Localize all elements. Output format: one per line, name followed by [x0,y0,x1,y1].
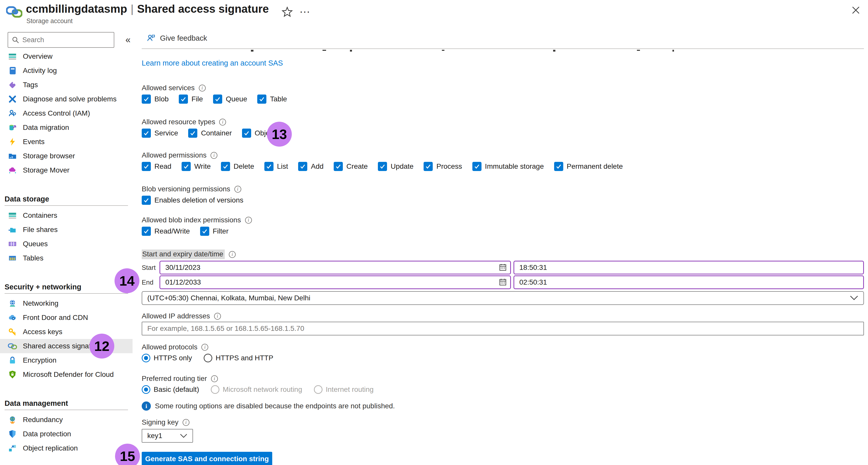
sidebar-item-data-migration[interactable]: Data migration [0,120,132,135]
sidebar-item-networking[interactable]: Networking [0,296,132,311]
info-icon[interactable]: i [219,119,226,125]
give-feedback-button[interactable]: Give feedback [146,32,207,44]
give-feedback-label: Give feedback [160,34,207,42]
checkbox-file[interactable]: File [179,94,203,104]
end-date-input[interactable] [159,275,511,289]
shared-access-signature-blade: ccmbillingdatasmp|Shared access signatur… [0,0,868,465]
sidebar-item-defender[interactable]: Microsoft Defender for Cloud [0,368,132,382]
checkbox-checked-icon [188,128,197,138]
start-time-input[interactable] [514,261,864,274]
info-icon[interactable]: i [183,419,189,426]
learn-more-link[interactable]: Learn more about creating an account SAS [142,59,283,67]
checkbox-create[interactable]: Create [334,162,368,171]
checkbox-process[interactable]: Process [424,162,462,171]
checkbox-blob[interactable]: Blob [142,94,168,104]
checkbox-enables-deletion-of-versions[interactable]: Enables deletion of versions [142,196,243,205]
folder-browser-icon [8,151,17,161]
signing-key-select[interactable]: key1 [142,429,193,443]
front-door-icon [8,313,17,322]
checkbox-add[interactable]: Add [298,162,323,171]
checkbox-update[interactable]: Update [378,162,413,171]
checkbox-immutable-storage[interactable]: Immutable storage [472,162,544,171]
info-icon[interactable]: i [202,344,208,351]
allowed-resource-types-label: Allowed resource types [142,118,215,126]
checkbox-label: File [191,95,203,103]
generate-sas-button[interactable]: Generate SAS and connection string [142,452,272,465]
sidebar-item-events[interactable]: Events [0,135,132,149]
sidebar-item-tags[interactable]: Tags [0,78,132,92]
info-icon[interactable]: i [199,85,206,91]
sidebar-item-label: Redundancy [23,416,63,424]
checkbox-checked-icon [179,94,188,104]
allowed-permissions-label: Allowed permissions [142,151,207,159]
sidebar-item-tables[interactable]: Tables [0,251,132,265]
annotation-badge-12: 12 [89,333,114,358]
timezone-select[interactable]: (UTC+05:30) Chennai, Kolkata, Mumbai, Ne… [142,291,864,305]
checkbox-read-write[interactable]: Read/Write [142,227,190,236]
sidebar-item-queues[interactable]: Queues [0,237,132,251]
end-time-input[interactable] [514,275,864,289]
checkbox-checked-icon [142,162,151,171]
lock-icon [8,355,17,365]
radio-basic-default[interactable]: Basic (default) [142,385,199,394]
sidebar-item-overview[interactable]: Overview [0,49,132,63]
checkbox-permanent-delete[interactable]: Permanent delete [554,162,623,171]
sidebar-item-activity-log[interactable]: Activity log [0,63,132,78]
radio-https-only[interactable]: HTTPS only [142,354,192,362]
info-icon[interactable]: i [211,375,218,382]
sidebar-item-access-keys[interactable]: Access keys [0,325,132,339]
globe-network-icon [8,298,17,308]
resource-menu-sidebar: « Overview Activity log Tags Diagnose an… [0,30,132,465]
info-icon[interactable]: i [229,251,236,258]
start-date-input[interactable] [159,261,511,274]
sidebar-item-encryption[interactable]: Encryption [0,353,132,368]
sidebar-item-file-shares[interactable]: File shares [0,223,132,237]
sidebar-item-storage-browser[interactable]: Storage browser [0,149,132,163]
checkbox-queue[interactable]: Queue [213,94,247,104]
checkbox-checked-icon [213,94,222,104]
collapse-sidebar-button[interactable]: « [121,33,132,46]
sidebar-item-containers[interactable]: Containers [0,208,132,223]
checkbox-container[interactable]: Container [188,128,231,138]
sidebar-item-redundancy[interactable]: Redundancy [0,413,132,427]
clipped-text-fragment [553,50,555,52]
checkbox-label: Enables deletion of versions [154,196,243,204]
info-icon[interactable]: i [245,217,252,224]
checkbox-filter[interactable]: Filter [200,227,228,236]
search-input[interactable] [22,36,106,44]
sidebar-item-label: Data migration [23,123,69,132]
info-icon[interactable]: i [211,152,217,159]
sas-link-icon [8,341,17,351]
checkbox-delete[interactable]: Delete [221,162,254,171]
radio-label: Basic (default) [154,385,199,394]
sidebar-item-shared-access-signature[interactable]: Shared access signature 12 [0,339,132,353]
sidebar-item-storage-mover[interactable]: Storage Mover [0,163,132,177]
checkbox-checked-icon [242,128,251,138]
radio-https-and-http[interactable]: HTTPS and HTTP [204,354,273,362]
sidebar-item-label: Tables [23,254,43,262]
sidebar-item-label: Activity log [23,66,57,75]
checkbox-checked-icon [182,162,191,171]
radio-selected-icon [142,354,150,362]
activity-log-icon [8,66,17,76]
overview-icon [8,52,17,61]
checkbox-table[interactable]: Table [257,94,287,104]
info-icon[interactable]: i [235,186,241,193]
checkbox-read[interactable]: Read [142,162,172,171]
sidebar-item-access-control[interactable]: Access Control (IAM) [0,106,132,120]
allowed-ip-input[interactable] [142,322,864,336]
radio-disabled-icon [211,385,219,394]
sidebar-item-data-protection[interactable]: Data protection [0,427,132,441]
sidebar-item-object-replication[interactable]: Object replication [0,441,132,455]
checkbox-write[interactable]: Write [182,162,211,171]
sidebar-item-front-door[interactable]: Front Door and CDN [0,311,132,325]
checkbox-service[interactable]: Service [142,128,178,138]
info-icon[interactable]: i [214,313,221,320]
sidebar-item-diagnose[interactable]: Diagnose and solve problems [0,92,132,106]
checkbox-list[interactable]: List [265,162,288,171]
sidebar-search[interactable] [8,32,114,48]
checkbox-label: Container [201,129,231,137]
routing-notice-text: Some routing options are disabled becaus… [155,402,395,410]
info-filled-icon: i [142,402,151,411]
checkbox-checked-icon [298,162,307,171]
